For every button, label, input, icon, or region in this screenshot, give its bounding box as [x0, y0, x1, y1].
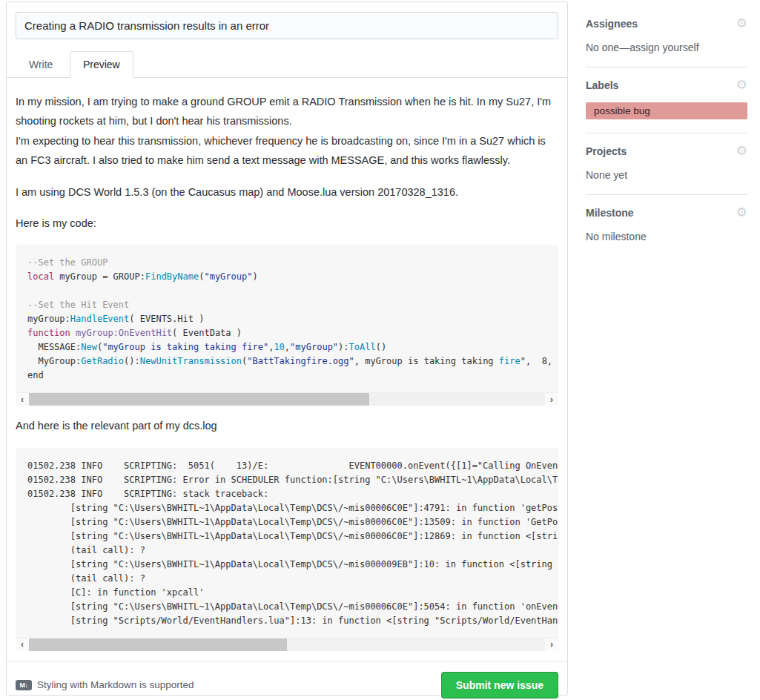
milestone-section: Milestone ⚙ No milestone	[586, 195, 747, 256]
tab-write[interactable]: Write	[16, 51, 66, 78]
issue-title-input[interactable]	[16, 12, 558, 39]
markdown-preview: In my mission, I am trying to make a gro…	[16, 92, 558, 651]
milestone-title: Milestone	[586, 207, 634, 219]
scroll-right-icon[interactable]: ›	[545, 638, 558, 651]
paragraph-log-intro: And here is the relevant part of my dcs.…	[16, 416, 558, 435]
assignees-body[interactable]: No one—assign yourself	[586, 42, 747, 53]
labels-section: Labels ⚙ possible bug	[586, 67, 747, 133]
log-scrollbar-track[interactable]	[29, 638, 545, 651]
lua-code: --Set the GROUPlocal myGroup = GROUP:Fin…	[16, 245, 558, 392]
milestone-gear-icon[interactable]: ⚙	[736, 206, 747, 219]
labels-title: Labels	[586, 79, 618, 91]
new-issue-form: Write Preview In my mission, I am trying…	[6, 1, 568, 696]
assignees-title: Assignees	[586, 18, 638, 30]
markdown-icon: M↓	[16, 680, 32, 690]
assignees-section: Assignees ⚙ No one—assign yourself	[586, 6, 747, 67]
lua-code-block: --Set the GROUPlocal myGroup = GROUP:Fin…	[16, 245, 558, 406]
paragraph-mission: In my mission, I am trying to make a gro…	[16, 92, 558, 171]
projects-body: None yet	[586, 169, 747, 181]
form-footer: M↓ Styling with Markdown is supported Su…	[7, 661, 567, 700]
tab-preview[interactable]: Preview	[70, 51, 133, 78]
log-horizontal-scrollbar[interactable]: ‹ ›	[16, 638, 558, 651]
log-scrollbar-thumb[interactable]	[29, 638, 287, 651]
label-possible-bug[interactable]: possible bug	[586, 102, 747, 119]
write-preview-tabnav: Write Preview	[7, 51, 567, 78]
markdown-supported-text: Styling with Markdown is supported	[37, 679, 194, 690]
submit-new-issue-button[interactable]: Submit new issue	[441, 672, 558, 699]
paragraph-mission-line1: In my mission, I am trying to make a gro…	[16, 96, 551, 127]
code-scrollbar-thumb[interactable]	[29, 393, 369, 406]
paragraph-mission-line2: I'm expecting to hear this transmission,…	[16, 135, 546, 166]
labels-gear-icon[interactable]: ⚙	[736, 79, 747, 91]
issue-sidebar: Assignees ⚙ No one—assign yourself Label…	[586, 6, 747, 256]
scroll-left-icon[interactable]: ‹	[16, 638, 29, 651]
scroll-left-icon[interactable]: ‹	[16, 393, 29, 406]
dcs-log-text: 01502.238 INFO SCRIPTING: 5051( 13)/E: E…	[16, 448, 558, 638]
projects-section: Projects ⚙ None yet	[586, 133, 747, 195]
code-horizontal-scrollbar[interactable]: ‹ ›	[16, 392, 558, 406]
paragraph-code-intro: Here is my code:	[16, 214, 558, 233]
code-scrollbar-track[interactable]	[29, 393, 545, 406]
dcs-log-block: 01502.238 INFO SCRIPTING: 5051( 13)/E: E…	[16, 448, 558, 651]
milestone-body: No milestone	[586, 231, 747, 242]
markdown-supported-link[interactable]: M↓ Styling with Markdown is supported	[16, 679, 194, 690]
paragraph-version: I am using DCS World 1.5.3 (on the Cauca…	[16, 182, 558, 202]
projects-gear-icon[interactable]: ⚙	[736, 145, 747, 157]
projects-title: Projects	[586, 145, 627, 157]
preview-body: In my mission, I am trying to make a gro…	[7, 78, 567, 651]
issue-title-wrap	[7, 2, 567, 39]
scroll-right-icon[interactable]: ›	[545, 393, 558, 406]
assignees-gear-icon[interactable]: ⚙	[736, 17, 747, 30]
